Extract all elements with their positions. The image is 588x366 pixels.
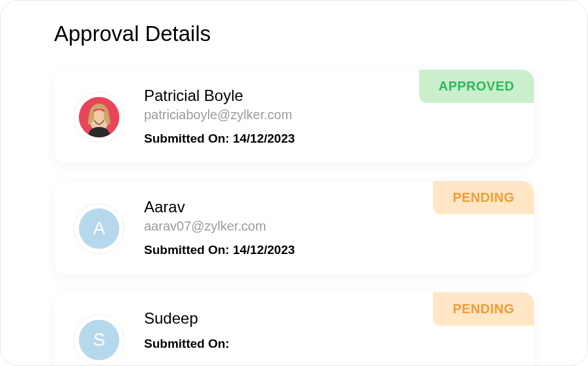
submitted-label: Submitted On: — [144, 243, 229, 257]
submitted-label: Submitted On: — [144, 132, 229, 145]
avatar — [74, 92, 125, 143]
avatar: S — [74, 315, 125, 365]
submitted-row: Submitted On: 14/12/2023 — [144, 243, 518, 257]
page-title: Approval Details — [54, 21, 534, 46]
status-badge: PENDING — [433, 181, 534, 214]
avatar: A — [74, 203, 125, 254]
approval-card[interactable]: A Aarav aarav07@zylker.com Submitted On:… — [54, 181, 534, 274]
approval-details-panel: Approval Details — [0, 0, 588, 366]
submitted-date: 14/12/2023 — [233, 243, 295, 257]
person-email: aarav07@zylker.com — [144, 219, 518, 234]
approval-card[interactable]: S Sudeep Submitted On: PENDING — [54, 292, 534, 366]
person-email: patriciaboyle@zylker.com — [144, 107, 518, 122]
avatar-photo — [79, 97, 119, 137]
status-badge: PENDING — [433, 292, 534, 326]
submitted-row: Submitted On: — [144, 337, 518, 351]
approval-card[interactable]: Patricial Boyle patriciaboyle@zylker.com… — [54, 70, 534, 163]
status-badge: APPROVED — [419, 70, 534, 103]
submitted-row: Submitted On: 14/12/2023 — [144, 132, 518, 146]
submitted-label: Submitted On: — [144, 337, 229, 350]
avatar-initial: S — [79, 320, 119, 360]
avatar-initial: A — [79, 208, 119, 249]
submitted-date: 14/12/2023 — [233, 132, 295, 145]
